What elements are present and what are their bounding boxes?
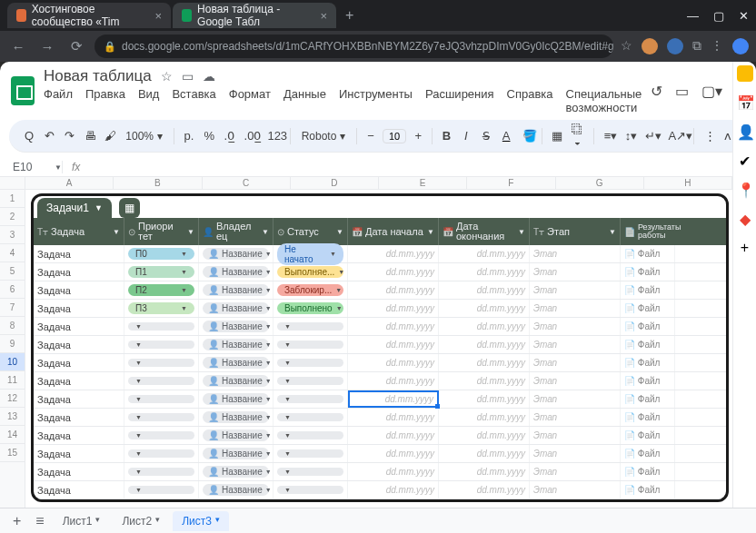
cell-owner[interactable]: 👤Название▼: [199, 263, 274, 281]
th-status[interactable]: ⊙Статус▼: [274, 218, 348, 245]
browser-tab-1[interactable]: Хостинговое сообщество «Tim ×: [7, 3, 171, 28]
cell-owner[interactable]: 👤Название▼: [199, 390, 274, 408]
cell-end-date[interactable]: dd.mm.yyyy: [439, 463, 530, 480]
cell-owner[interactable]: 👤Название▼: [199, 445, 274, 462]
table-row[interactable]: Задача ▼👤Название▼ ▼dd.mm.yyyydd.mm.yyyy…: [34, 372, 726, 390]
valign-button[interactable]: ↕▾: [621, 127, 637, 144]
row-header[interactable]: 4: [0, 244, 25, 262]
cell-priority[interactable]: ▼: [124, 336, 199, 353]
cell-owner[interactable]: 👤Название▼: [199, 427, 274, 444]
cloud-icon[interactable]: ☁: [203, 69, 215, 84]
table-row[interactable]: ЗадачаП3▼👤Название▼Выполнено▼dd.mm.yyyyd…: [34, 300, 726, 318]
cell-start-date[interactable]: dd.mm.yyyy: [348, 245, 439, 262]
sheets-logo-icon[interactable]: [11, 76, 35, 105]
comment-icon[interactable]: ▭: [675, 83, 689, 100]
history-icon[interactable]: ↺: [651, 83, 662, 100]
cell-priority[interactable]: П3▼: [124, 300, 199, 317]
cell-start-date[interactable]: dd.mm.yyyy: [348, 336, 439, 353]
cell-priority[interactable]: ▼: [124, 427, 199, 444]
reload-button[interactable]: ⟳: [65, 38, 87, 54]
cell-stage[interactable]: Этап: [530, 372, 621, 390]
cell-result[interactable]: 📄 Файл: [621, 300, 675, 317]
print-button[interactable]: 🖶: [80, 127, 96, 144]
profile-avatar[interactable]: [732, 38, 749, 54]
cell-task[interactable]: Задача: [34, 427, 124, 444]
cell-priority[interactable]: ▼: [124, 372, 199, 390]
cell-owner[interactable]: 👤Название▼: [199, 372, 274, 390]
col-header[interactable]: F: [467, 177, 555, 189]
cell-owner[interactable]: 👤Название▼: [199, 300, 274, 317]
forward-button[interactable]: →: [36, 39, 58, 54]
row-header[interactable]: 15: [0, 444, 25, 462]
menu-help[interactable]: Справка: [507, 87, 553, 114]
th-results[interactable]: 📄Результаты работы: [621, 218, 675, 245]
table-row[interactable]: Задача ▼👤Название▼ ▼dd.mm.yyyydd.mm.yyyy…: [34, 463, 726, 481]
keep-icon[interactable]: [737, 65, 753, 82]
new-tab-button[interactable]: +: [338, 7, 361, 24]
menu-file[interactable]: Файл: [44, 87, 73, 114]
cell-status[interactable]: Заблокир...▼: [274, 281, 348, 299]
cell-stage[interactable]: Этап: [530, 245, 621, 262]
cell-end-date[interactable]: dd.mm.yyyy: [439, 318, 530, 335]
currency-button[interactable]: р.: [180, 127, 196, 144]
sheet-tab[interactable]: Лист1 ▾: [54, 511, 110, 531]
cell-end-date[interactable]: dd.mm.yyyy: [439, 427, 530, 444]
cell-start-date[interactable]: dd.mm.yyyy: [348, 354, 439, 371]
cell-result[interactable]: 📄 Файл: [621, 481, 675, 498]
cell-priority[interactable]: ▼: [124, 409, 199, 426]
row-header[interactable]: 13: [0, 408, 25, 426]
cell-owner[interactable]: 👤Название▼: [199, 336, 274, 353]
cell-priority[interactable]: П1▼: [124, 263, 199, 281]
cell-result[interactable]: 📄 Файл: [621, 409, 675, 426]
cell-start-date[interactable]: dd.mm.yyyy: [348, 281, 439, 299]
menu-view[interactable]: Вид: [138, 87, 160, 114]
col-header[interactable]: E: [379, 177, 467, 189]
cell-end-date[interactable]: dd.mm.yyyy: [439, 300, 530, 317]
row-header[interactable]: 12: [0, 390, 25, 408]
more-formats-button[interactable]: 123: [263, 127, 284, 144]
th-owner[interactable]: 👤Владел ец▼: [199, 218, 274, 245]
cell-status[interactable]: ▼: [274, 481, 348, 498]
calendar-icon[interactable]: 📅: [737, 94, 753, 111]
cell-result[interactable]: 📄 Файл: [621, 372, 675, 390]
table-row[interactable]: Задача ▼👤Название▼ ▼dd.mm.yyyydd.mm.yyyy…: [34, 445, 726, 463]
cell-status[interactable]: ▼: [274, 390, 348, 408]
cell-end-date[interactable]: dd.mm.yyyy: [439, 372, 530, 390]
row-header[interactable]: 8: [0, 317, 25, 335]
row-header[interactable]: 3: [0, 226, 25, 244]
browser-tab-2[interactable]: Новая таблица - Google Табл ×: [173, 3, 336, 28]
redo-button[interactable]: ↷: [60, 127, 76, 144]
cell-owner[interactable]: 👤Название▼: [199, 245, 274, 262]
col-header[interactable]: D: [291, 177, 379, 189]
cell-owner[interactable]: 👤Название▼: [199, 318, 274, 335]
cell-stage[interactable]: Этап: [530, 445, 621, 462]
more-toolbar-button[interactable]: ⋮: [700, 127, 716, 144]
dropdown-icon[interactable]: ▼: [55, 163, 62, 172]
table-row[interactable]: Задача ▼👤Название▼ ▼dd.mm.yyyydd.mm.yyyy…: [34, 481, 726, 499]
font-size-input[interactable]: 10: [383, 129, 406, 143]
cell-result[interactable]: 📄 Файл: [621, 427, 675, 444]
bold-button[interactable]: B: [438, 127, 454, 144]
strike-button[interactable]: S̶: [478, 127, 494, 144]
address-bar[interactable]: 🔒 docs.google.com/spreadsheets/d/1mCARfY…: [94, 35, 613, 58]
cell-status[interactable]: Не начато▼: [274, 245, 348, 262]
cell-end-date[interactable]: dd.mm.yyyy: [439, 409, 530, 426]
table-row[interactable]: Задача ▼👤Название▼ ▼dd.mm.yyyydd.mm.yyyy…: [34, 409, 726, 427]
menu-insert[interactable]: Вставка: [172, 87, 215, 114]
addon-icon[interactable]: ◆: [737, 211, 753, 227]
cell-task[interactable]: Задача: [34, 409, 124, 426]
cell-end-date[interactable]: dd.mm.yyyy: [439, 281, 530, 299]
cell-end-date[interactable]: dd.mm.yyyy: [439, 245, 530, 262]
menu-button[interactable]: ⋮: [711, 38, 723, 54]
row-header[interactable]: 7: [0, 299, 25, 317]
tasks-icon[interactable]: ✔: [737, 153, 753, 169]
cell-status[interactable]: ▼: [274, 445, 348, 462]
cell-stage[interactable]: Этап: [530, 463, 621, 480]
col-header[interactable]: H: [644, 177, 732, 189]
cell-status[interactable]: Выполняе...▼: [274, 263, 348, 281]
move-icon[interactable]: ▭: [182, 69, 194, 84]
minimize-button[interactable]: —: [687, 9, 699, 23]
cell-task[interactable]: Задача: [34, 372, 124, 390]
cell-end-date[interactable]: dd.mm.yyyy: [439, 263, 530, 281]
back-button[interactable]: ←: [7, 39, 29, 54]
